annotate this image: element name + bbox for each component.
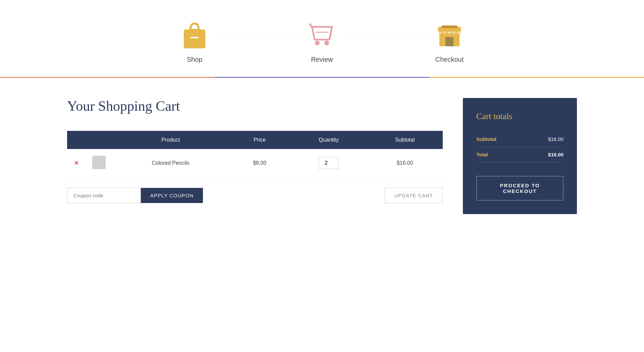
- step-checkout-label: Checkout: [435, 56, 464, 63]
- subtotal-value: $16.00: [548, 136, 564, 142]
- svg-line-3: [310, 24, 312, 27]
- subtotal-row: Subtotal $16.00: [476, 132, 564, 147]
- cart-icon: [307, 20, 337, 50]
- step-review: Review: [307, 20, 337, 63]
- svg-point-4: [315, 41, 320, 45]
- col-price: Price: [229, 131, 290, 149]
- product-image-cell: [86, 149, 112, 178]
- coupon-input[interactable]: [67, 188, 141, 203]
- col-quantity: Quantity: [290, 131, 367, 149]
- cart-actions: APPLY COUPON UPDATE CART: [67, 188, 443, 203]
- product-price: $8.00: [253, 160, 266, 166]
- cart-table: Product Price Quantity Subtotal: [67, 131, 443, 178]
- product-subtotal-cell: $16.00: [367, 149, 443, 178]
- svg-rect-10: [443, 32, 446, 34]
- table-header-row: Product Price Quantity Subtotal: [67, 131, 443, 149]
- product-name: Colored Pencils: [152, 160, 190, 166]
- store-icon: [434, 20, 465, 50]
- bag-icon: [179, 20, 210, 50]
- product-quantity-cell[interactable]: [290, 149, 367, 178]
- cart-section: Your Shopping Cart Product Price Quantit…: [67, 98, 443, 203]
- table-row: ✕ Colored Pencils $8.00 $16.: [67, 149, 443, 178]
- svg-rect-15: [441, 26, 458, 28]
- step-review-label: Review: [311, 56, 333, 63]
- total-row: Total $16.00: [476, 147, 564, 162]
- step-shop-label: Shop: [187, 56, 203, 63]
- divider-purple: [215, 77, 429, 78]
- product-price-cell: $8.00: [229, 149, 290, 178]
- product-image: [92, 156, 106, 169]
- cart-title: Your Shopping Cart: [67, 98, 443, 114]
- col-remove: [67, 131, 86, 149]
- cart-totals-title: Cart totals: [476, 111, 564, 121]
- product-subtotal: $16.00: [397, 160, 413, 166]
- subtotal-label: Subtotal: [476, 136, 496, 142]
- svg-rect-0: [184, 30, 205, 48]
- svg-rect-9: [438, 32, 441, 34]
- divider-gold: [429, 77, 644, 78]
- apply-coupon-button[interactable]: APPLY COUPON: [141, 188, 203, 203]
- progress-divider: [0, 77, 644, 78]
- svg-rect-14: [445, 37, 453, 46]
- step-checkout: Checkout: [434, 20, 465, 63]
- total-value: $16.00: [548, 152, 564, 157]
- svg-point-5: [324, 41, 329, 45]
- svg-rect-13: [457, 32, 461, 34]
- progress-steps: Shop · · · · · · · · · · · · · Review · …: [0, 0, 644, 77]
- quantity-input[interactable]: [319, 157, 339, 169]
- svg-rect-2: [191, 37, 199, 38]
- product-name-cell: Colored Pencils: [112, 149, 229, 178]
- col-image: [86, 131, 112, 149]
- divider-pink: [0, 77, 215, 78]
- col-subtotal: Subtotal: [367, 131, 443, 149]
- step-shop: Shop: [179, 20, 210, 63]
- total-label: Total: [476, 152, 488, 157]
- cart-totals-panel: Cart totals Subtotal $16.00 Total $16.00…: [463, 98, 577, 214]
- dots-2: · · · · · · · · · · · · ·: [337, 20, 434, 35]
- update-cart-button[interactable]: UPDATE CART: [385, 188, 443, 203]
- proceed-to-checkout-button[interactable]: PROCEED TO CHECKOUT: [476, 176, 564, 201]
- remove-cell[interactable]: ✕: [67, 149, 86, 178]
- svg-rect-12: [452, 32, 455, 34]
- main-content: Your Shopping Cart Product Price Quantit…: [0, 78, 644, 234]
- dots-1: · · · · · · · · · · · · ·: [210, 20, 307, 35]
- remove-item-button[interactable]: ✕: [74, 159, 79, 167]
- svg-rect-11: [447, 32, 451, 34]
- col-product: Product: [112, 131, 229, 149]
